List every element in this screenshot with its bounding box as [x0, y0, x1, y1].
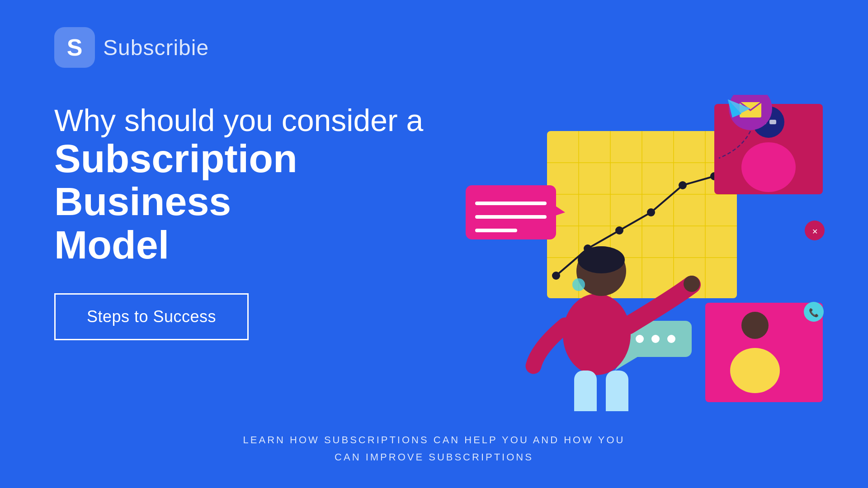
svg-point-30	[730, 348, 780, 393]
headline: Why should you consider a Subscription B…	[54, 104, 425, 266]
left-section: Why should you consider a Subscription B…	[54, 95, 425, 340]
svg-text:✕: ✕	[812, 228, 818, 235]
page-container: S Subscribie Why should you consider a S…	[0, 0, 868, 488]
svg-point-13	[679, 181, 687, 189]
logo-area: S Subscribie	[54, 27, 814, 68]
svg-point-12	[647, 208, 655, 216]
svg-point-44	[684, 276, 700, 292]
svg-point-34	[651, 335, 660, 343]
illustration-area: 📞	[425, 95, 832, 411]
headline-line1: Why should you consider a	[54, 104, 425, 137]
steps-to-success-button[interactable]: Steps to Success	[54, 293, 249, 340]
brand-name: Subscribie	[103, 35, 209, 60]
svg-rect-46	[606, 371, 628, 411]
bottom-line2: CAN IMPROVE SUBSCRIPTIONS	[54, 449, 814, 465]
main-illustration: 📞	[425, 95, 832, 411]
headline-line2: Subscription	[54, 137, 425, 180]
svg-point-42	[578, 246, 625, 273]
svg-point-43	[572, 278, 585, 291]
svg-point-40	[563, 294, 631, 375]
svg-point-23	[741, 142, 796, 192]
bottom-tagline: LEARN HOW SUBSCRIPTIONS CAN HELP YOU AND…	[54, 418, 814, 465]
main-content: Why should you consider a Subscription B…	[54, 95, 814, 418]
svg-rect-45	[574, 371, 597, 411]
svg-text:📞: 📞	[809, 308, 819, 318]
logo-icon: S	[54, 27, 95, 68]
svg-rect-25	[769, 120, 776, 124]
bottom-line1: LEARN HOW SUBSCRIPTIONS CAN HELP YOU AND…	[54, 432, 814, 448]
svg-point-29	[741, 312, 769, 339]
svg-point-35	[667, 335, 675, 343]
logo-letter: S	[67, 34, 83, 61]
headline-line4: Model	[54, 223, 425, 266]
svg-point-9	[552, 272, 560, 280]
svg-point-11	[615, 226, 623, 235]
headline-line3: Business	[54, 180, 425, 223]
svg-point-33	[636, 335, 644, 343]
